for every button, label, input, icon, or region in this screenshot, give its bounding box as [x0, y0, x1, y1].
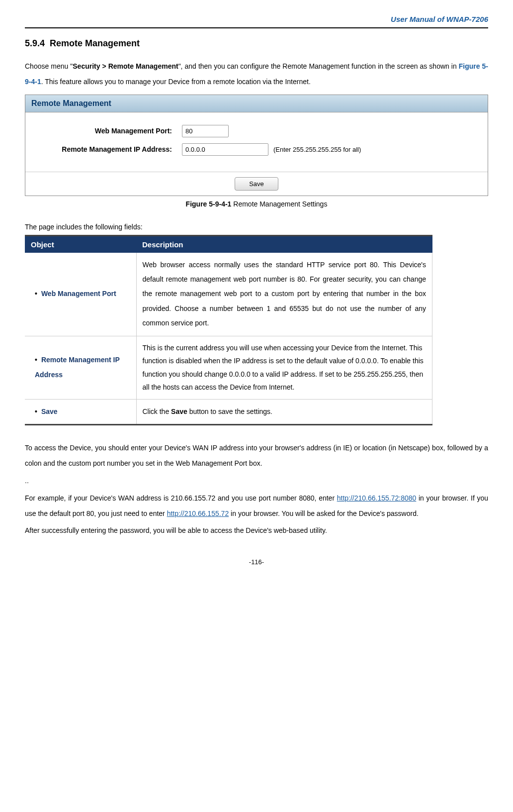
bullet-icon: • — [35, 356, 37, 364]
ip-label: Remote Management IP Address: — [33, 145, 182, 153]
form-row-port: Web Management Port: — [33, 125, 480, 137]
table-object-cell: •Web Management Port — [25, 253, 136, 336]
table-row: •Save Click the Save button to save the … — [25, 399, 432, 424]
port-input[interactable] — [182, 125, 229, 137]
example-url-1[interactable]: http://210.66.155.72:8080 — [337, 494, 417, 502]
object-name: Remote Management IP Address — [35, 356, 120, 378]
section-number: 5.9.4 — [25, 38, 45, 48]
example-url-2[interactable]: http://210.66.155.72 — [167, 509, 229, 517]
bullet-icon: • — [35, 407, 37, 415]
desc-bold: Save — [171, 407, 187, 415]
figure-caption: Figure 5-9-4-1 Remote Management Setting… — [25, 200, 488, 208]
port-label: Web Management Port: — [33, 127, 182, 135]
page-number: -116- — [25, 558, 488, 566]
figure-caption-number: Figure 5-9-4-1 — [186, 200, 232, 208]
success-paragraph: After successfully entering the password… — [25, 523, 488, 538]
object-name: Save — [41, 407, 58, 415]
table-description-cell: This is the current address you will use… — [136, 336, 432, 399]
table-description-cell: Web browser access normally uses the sta… — [136, 253, 432, 336]
save-button[interactable]: Save — [235, 177, 278, 191]
table-object-cell: •Save — [25, 399, 136, 424]
access-paragraph: To access the Device, you should enter y… — [25, 440, 488, 471]
object-name: Web Management Port — [41, 290, 116, 298]
bullet-icon: • — [35, 290, 37, 298]
fields-intro: The page includes the following fields: — [25, 223, 488, 231]
section-title-text: Remote Management — [50, 38, 140, 48]
intro-breadcrumb: Security > Remote Management — [73, 62, 178, 70]
intro-paragraph: Choose menu "Security > Remote Managemen… — [25, 59, 488, 90]
table-description-cell: Click the Save button to save the settin… — [136, 399, 432, 424]
section-heading: 5.9.4 Remote Management — [25, 38, 488, 49]
table-row: •Remote Management IP Address This is th… — [25, 336, 432, 399]
settings-screenshot: Remote Management Web Management Port: R… — [25, 95, 488, 196]
dots-line: .. — [25, 473, 488, 489]
table-object-cell: •Remote Management IP Address — [25, 336, 136, 399]
table-header-description: Description — [136, 235, 432, 253]
panel-title: Remote Management — [25, 95, 488, 112]
ip-hint: (Enter 255.255.255.255 for all) — [273, 146, 361, 153]
table-header-object: Object — [25, 235, 136, 253]
desc-pre: Click the — [143, 407, 171, 415]
panel-body: Web Management Port: Remote Management I… — [25, 112, 488, 172]
intro-text-1: Choose menu " — [25, 62, 73, 70]
desc-post: button to save the settings. — [187, 407, 272, 415]
fields-table: Object Description •Web Management Port … — [25, 235, 432, 426]
panel-footer: Save — [25, 172, 488, 196]
figure-caption-text: Remote Management Settings — [231, 200, 327, 208]
table-row: •Web Management Port Web browser access … — [25, 253, 432, 336]
example-text-c: in your browser. You will be asked for t… — [229, 509, 419, 517]
example-text-a: For example, if your Device's WAN addres… — [25, 494, 337, 502]
intro-text-2: ", and then you can configure the Remote… — [178, 62, 459, 70]
doc-header-title: User Manual of WNAP-7206 — [25, 15, 488, 28]
ip-input[interactable] — [182, 143, 268, 156]
intro-text-3: . This feature allows you to manage your… — [41, 78, 311, 86]
form-row-ip: Remote Management IP Address: (Enter 255… — [33, 143, 480, 156]
example-paragraph: For example, if your Device's WAN addres… — [25, 491, 488, 521]
